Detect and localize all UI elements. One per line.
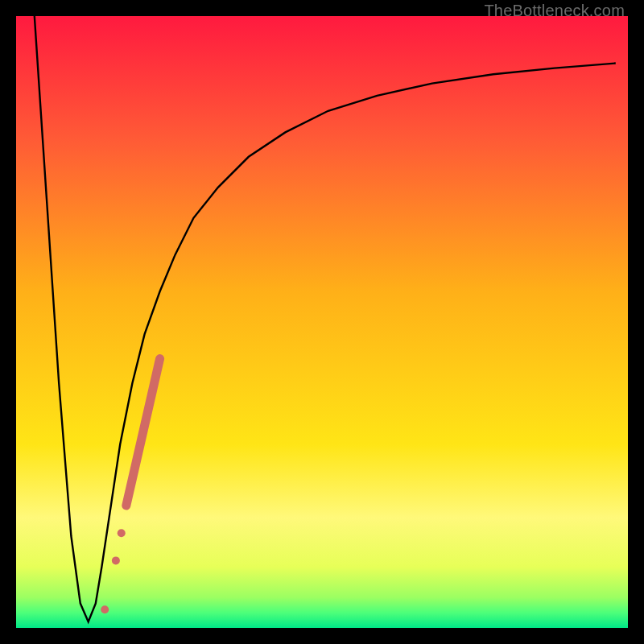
highlight-dot (101, 605, 109, 613)
plot-area (16, 16, 628, 628)
highlight-dot (118, 529, 126, 537)
watermark-text: TheBottleneck.com (484, 2, 625, 20)
outer-frame: TheBottleneck.com (0, 0, 644, 644)
highlight-dot (112, 556, 120, 564)
highlight-dots (16, 16, 628, 628)
